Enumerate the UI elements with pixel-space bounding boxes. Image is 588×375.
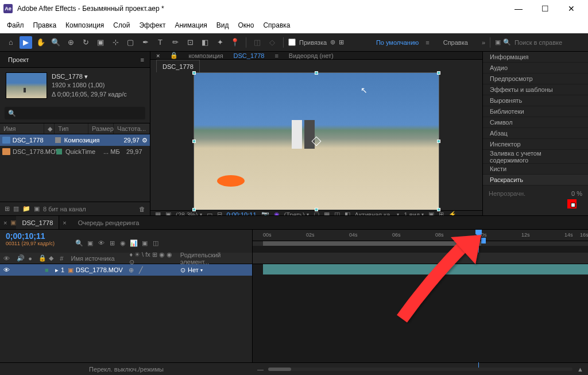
col-type[interactable]: Тип	[55, 123, 88, 134]
workspace-menu-icon[interactable]: ≡	[425, 39, 429, 46]
zoom-slider[interactable]	[268, 368, 572, 371]
col-freq[interactable]: Частота...	[114, 123, 150, 134]
menu-layer[interactable]: Слой	[109, 21, 134, 29]
work-area[interactable]	[263, 241, 481, 246]
brush-tool[interactable]: ✏	[169, 36, 181, 49]
handle[interactable]	[192, 208, 196, 211]
search-input[interactable]	[514, 39, 583, 46]
motion-blur-icon[interactable]: ◉	[118, 238, 127, 248]
roto-tool[interactable]: ✦	[214, 36, 226, 49]
layer-clip[interactable]	[263, 264, 588, 275]
trash-icon[interactable]: 🗑	[139, 206, 145, 212]
col-size[interactable]: Размер	[88, 123, 114, 134]
fg-swatch[interactable]	[567, 199, 577, 208]
hand-tool[interactable]: ✋	[34, 36, 47, 49]
project-row-comp[interactable]: DSC_1778 Композиция 29,97 ⚙	[0, 134, 150, 146]
menu-edit[interactable]: Правка	[29, 21, 61, 29]
opacity-value[interactable]: 0 %	[571, 190, 582, 197]
panel-character[interactable]: Символ	[483, 117, 588, 128]
menu-window[interactable]: Окно	[233, 21, 258, 29]
zoom-out-icon[interactable]: —	[257, 366, 264, 373]
panel-libraries[interactable]: Библиотеки	[483, 106, 588, 117]
panel-preview[interactable]: Предпросмотр	[483, 74, 588, 84]
shape-tool[interactable]: ◇	[266, 36, 278, 49]
interpret-icon[interactable]: ⊞	[5, 205, 10, 212]
menu-animation[interactable]: Анимация	[170, 21, 211, 29]
minimize-button[interactable]: —	[505, 0, 532, 17]
proxy-icon[interactable]: ◫	[151, 238, 160, 248]
menu-file[interactable]: Файл	[2, 21, 29, 29]
panel-contentfill[interactable]: Заливка с учетом содержимого	[483, 150, 588, 164]
text-tool[interactable]: T	[154, 36, 167, 49]
project-search[interactable]: 🔍	[5, 107, 145, 119]
tag-swatch[interactable]	[55, 137, 61, 143]
time-ruler[interactable]: 00s 02s 04s 06s 08s 10s 12s 14s 16s	[253, 230, 588, 241]
eraser-tool[interactable]: ◧	[199, 36, 211, 49]
handle[interactable]	[315, 71, 318, 75]
menu-composition[interactable]: Композиция	[61, 21, 109, 29]
rect-tool[interactable]: ▢	[124, 36, 137, 49]
camera-tool[interactable]: ▣	[94, 36, 107, 49]
close-tab-icon[interactable]: ×	[156, 52, 160, 59]
folder-icon[interactable]: 📁	[22, 205, 30, 212]
menu-effect[interactable]: Эффект	[134, 21, 170, 29]
close-button[interactable]: ✕	[558, 0, 585, 17]
panel-info[interactable]: Информация	[483, 52, 588, 63]
shy-icon[interactable]: 👁	[96, 238, 106, 248]
puppet-tool[interactable]: 📍	[229, 36, 241, 49]
orbit-tool[interactable]: ⊕	[64, 36, 77, 49]
stamp-tool[interactable]: ⊡	[184, 36, 196, 49]
rotate-tool[interactable]: ↻	[79, 36, 92, 49]
handle[interactable]	[437, 71, 440, 75]
tag-swatch[interactable]	[56, 149, 62, 154]
maximize-button[interactable]: ☐	[532, 0, 558, 17]
graph-icon[interactable]: 📊	[129, 238, 138, 248]
tl-comp-icon[interactable]: ▣	[86, 238, 95, 248]
panel-menu-icon[interactable]: ≡	[141, 56, 144, 63]
bg-swatch[interactable]	[571, 203, 575, 207]
frame-blend-icon[interactable]: ⊞	[107, 238, 117, 248]
comp-tab[interactable]: DSC_1778	[156, 60, 200, 72]
panel-inspector[interactable]: Инспектор	[483, 139, 588, 150]
toggle-switches[interactable]: Перекл. выключ./режимы	[89, 366, 164, 373]
draft-icon[interactable]: ▣	[140, 238, 149, 248]
col-tag[interactable]: ◆	[44, 123, 55, 134]
help-label[interactable]: Справка	[443, 39, 468, 46]
panel-paragraph[interactable]: Абзац	[483, 128, 588, 139]
render-queue-tab[interactable]: Очередь рендеринга	[70, 219, 148, 226]
workspace-default[interactable]: По умолчанию	[372, 39, 423, 46]
new-comp-icon[interactable]: ▣	[34, 205, 40, 212]
snap-icon[interactable]: ⊚	[330, 38, 335, 46]
panel-brushes[interactable]: Кисти	[483, 164, 588, 175]
handle[interactable]	[315, 208, 318, 211]
home-icon[interactable]: ⌂	[5, 36, 17, 49]
viewport[interactable]: ↖	[150, 72, 482, 210]
handle[interactable]	[437, 140, 440, 143]
bpc-label[interactable]: 8 бит на канал	[43, 206, 86, 212]
mask-tool[interactable]: ◫	[251, 36, 264, 49]
search-icon[interactable]: 🔍	[75, 238, 84, 248]
col-parent[interactable]: Родительский элемент...	[180, 252, 249, 265]
panel-menu-icon[interactable]: ≡	[274, 52, 278, 59]
menu-view[interactable]: Вид	[212, 21, 234, 29]
col-source[interactable]: Имя источника	[71, 255, 126, 262]
menu-help[interactable]: Справка	[258, 21, 295, 29]
close-tab-icon[interactable]: ×	[0, 219, 10, 226]
canvas[interactable]: ↖	[194, 72, 439, 210]
snap-align-icon[interactable]: ⊞	[339, 38, 344, 46]
parent-dropdown[interactable]: Нет	[188, 266, 203, 273]
panel-audio[interactable]: Аудио	[483, 63, 588, 74]
expand-icon[interactable]: »	[482, 39, 485, 46]
layer-row[interactable]: 👁 ■ ▸ 1 ▣ DSC_1778.MOV ⊕ ╱ ⊙ Нет	[0, 264, 252, 276]
search-home-icon[interactable]: ▣	[495, 38, 501, 46]
zoom-tool[interactable]: 🔍	[49, 36, 62, 49]
panel-effects[interactable]: Эффекты и шаблоны	[483, 84, 588, 95]
col-name[interactable]: Имя	[0, 123, 44, 134]
anchor-tool[interactable]: ⊹	[109, 36, 122, 49]
handle[interactable]	[437, 208, 440, 211]
comp-title[interactable]: DSC_1778	[234, 52, 265, 59]
zoom-in-icon[interactable]: ▲	[577, 366, 583, 373]
panel-align[interactable]: Выровнять	[483, 95, 588, 106]
project-tab[interactable]: Проект	[6, 56, 31, 63]
bin-icon[interactable]: ▥	[13, 205, 19, 212]
